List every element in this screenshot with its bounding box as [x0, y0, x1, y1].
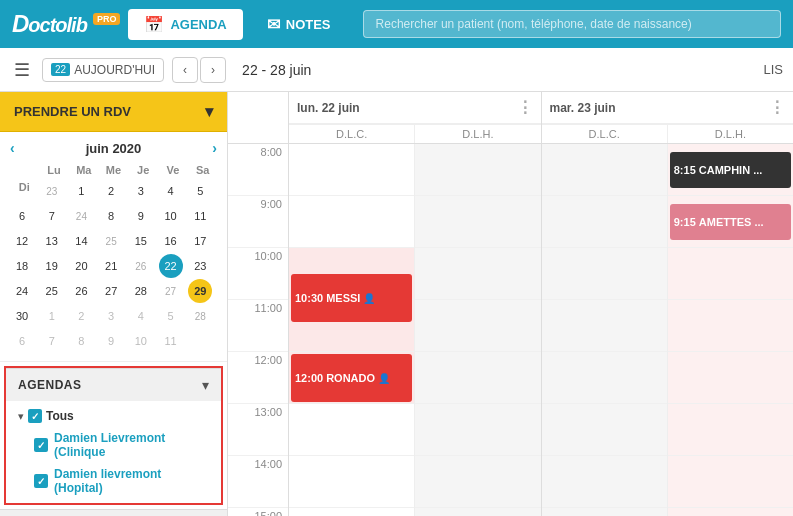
- appt-name-camphin: CAMPHIN ...: [699, 164, 763, 176]
- day-more-mon[interactable]: ⋮: [517, 98, 533, 117]
- appointment-amettes[interactable]: 9:15 AMETTES ...: [670, 204, 791, 240]
- cal-day[interactable]: 24: [10, 279, 34, 303]
- cal-day[interactable]: 8: [99, 204, 123, 228]
- day-more-tue[interactable]: ⋮: [769, 98, 785, 117]
- cal-day[interactable]: 4: [159, 179, 183, 203]
- cal-day[interactable]: 7: [40, 329, 64, 353]
- cal-day[interactable]: 19: [40, 254, 64, 278]
- cal-day[interactable]: 4: [129, 304, 153, 328]
- patient-search[interactable]: Rechercher un patient (nom, téléphone, d…: [363, 10, 781, 38]
- slot-1500-dlh-mon[interactable]: [415, 508, 540, 516]
- cal-day[interactable]: 26: [69, 279, 93, 303]
- slot-1100-dlh-tue[interactable]: [668, 300, 793, 352]
- cal-day[interactable]: 21: [99, 254, 123, 278]
- slot-1200-dlh-mon[interactable]: [415, 352, 540, 404]
- cal-day[interactable]: 1: [69, 179, 93, 203]
- cal-day[interactable]: 9: [99, 329, 123, 353]
- prev-month-button[interactable]: ‹: [10, 140, 15, 156]
- cal-day[interactable]: 27: [99, 279, 123, 303]
- appt-time-amettes: 9:15: [674, 216, 696, 228]
- cal-day[interactable]: 23: [188, 254, 212, 278]
- slot-1500-dlh-tue[interactable]: [668, 508, 793, 516]
- appointment-ronado[interactable]: 12:00 RONADO 👤: [291, 354, 412, 402]
- next-week-button[interactable]: ›: [200, 57, 226, 83]
- slot-1100-dlh-mon[interactable]: [415, 300, 540, 352]
- cal-day[interactable]: 9: [129, 204, 153, 228]
- slot-1500-dlc-mon[interactable]: [289, 508, 414, 516]
- cal-day[interactable]: 11: [159, 329, 183, 353]
- cal-day[interactable]: 13: [40, 229, 64, 253]
- slot-800-dlc-tue[interactable]: [542, 144, 667, 196]
- today-button[interactable]: 22 AUJOURD'HUI: [42, 58, 164, 82]
- slot-800-dlc-mon[interactable]: [289, 144, 414, 196]
- slot-1000-dlc-tue[interactable]: [542, 248, 667, 300]
- cal-day[interactable]: 10: [129, 329, 153, 353]
- cal-day-selected[interactable]: 22: [159, 254, 183, 278]
- statuts-header[interactable]: STATUTS ›: [0, 510, 227, 516]
- slot-1000-dlh-tue[interactable]: [668, 248, 793, 300]
- tab-agenda[interactable]: 📅 AGENDA: [128, 9, 242, 40]
- slot-800-dlh-tue[interactable]: 8:15 CAMPHIN ...: [668, 144, 793, 196]
- cal-day[interactable]: 20: [69, 254, 93, 278]
- cal-day[interactable]: 12: [10, 229, 34, 253]
- tous-checkbox[interactable]: ✓: [28, 409, 42, 423]
- cal-day[interactable]: 17: [188, 229, 212, 253]
- slot-1200-dlh-tue[interactable]: [668, 352, 793, 404]
- slot-1300-dlc-tue[interactable]: [542, 404, 667, 456]
- cal-day[interactable]: 6: [10, 204, 34, 228]
- agenda-item-tous[interactable]: ▾ ✓ Tous: [14, 407, 213, 425]
- cal-day[interactable]: 2: [69, 304, 93, 328]
- list-view-button[interactable]: LIS: [763, 62, 783, 77]
- cal-day[interactable]: 15: [129, 229, 153, 253]
- next-month-button[interactable]: ›: [212, 140, 217, 156]
- slot-900-dlh-tue[interactable]: 9:15 AMETTES ...: [668, 196, 793, 248]
- slot-1200-dlc-tue[interactable]: [542, 352, 667, 404]
- time-1000: 10:00: [228, 248, 288, 300]
- agenda-item-hopital[interactable]: ✓ Damien lievremont (Hopital): [14, 465, 213, 497]
- slot-1200-dlc-mon[interactable]: 12:00 RONADO 👤: [289, 352, 414, 404]
- cal-day[interactable]: 11: [188, 204, 212, 228]
- cal-day[interactable]: 1: [40, 304, 64, 328]
- cal-day[interactable]: 5: [188, 179, 212, 203]
- slot-900-dlc-mon[interactable]: [289, 196, 414, 248]
- cal-day[interactable]: 2: [99, 179, 123, 203]
- clinique-checkbox[interactable]: ✓: [34, 438, 48, 452]
- cal-day[interactable]: 8: [69, 329, 93, 353]
- tab-notes[interactable]: ✉ NOTES: [251, 9, 347, 40]
- slot-1000-dlh-mon[interactable]: [415, 248, 540, 300]
- cal-day[interactable]: 3: [99, 304, 123, 328]
- cal-day[interactable]: 25: [40, 279, 64, 303]
- slot-900-dlc-tue[interactable]: [542, 196, 667, 248]
- cal-day[interactable]: 5: [159, 304, 183, 328]
- hopital-checkbox[interactable]: ✓: [34, 474, 48, 488]
- slot-900-dlh-mon[interactable]: [415, 196, 540, 248]
- slot-800-dlh-mon[interactable]: [415, 144, 540, 196]
- cal-day[interactable]: 6: [10, 329, 34, 353]
- cal-day[interactable]: 16: [159, 229, 183, 253]
- cal-day[interactable]: 18: [10, 254, 34, 278]
- slot-1300-dlc-mon[interactable]: [289, 404, 414, 456]
- agendas-header[interactable]: AGENDAS ▾: [6, 369, 221, 401]
- slot-1400-dlc-tue[interactable]: [542, 456, 667, 508]
- prendre-rdv-button[interactable]: PRENDRE UN RDV ▾: [0, 92, 227, 132]
- cal-day[interactable]: 7: [40, 204, 64, 228]
- slot-1000-dlc-mon[interactable]: 10:30 MESSI 👤: [289, 248, 414, 300]
- slot-1400-dlh-tue[interactable]: [668, 456, 793, 508]
- agenda-item-clinique[interactable]: ✓ Damien Lievremont (Clinique: [14, 429, 213, 461]
- cal-day[interactable]: 3: [129, 179, 153, 203]
- slot-1500-dlc-tue[interactable]: [542, 508, 667, 516]
- cal-day[interactable]: 14: [69, 229, 93, 253]
- slot-1400-dlh-mon[interactable]: [415, 456, 540, 508]
- cal-day-today[interactable]: 29: [188, 279, 212, 303]
- slot-1300-dlh-mon[interactable]: [415, 404, 540, 456]
- slot-1400-dlc-mon[interactable]: [289, 456, 414, 508]
- cal-day[interactable]: 10: [159, 204, 183, 228]
- prev-week-button[interactable]: ‹: [172, 57, 198, 83]
- cal-day[interactable]: 30: [10, 304, 34, 328]
- slot-1300-dlh-tue[interactable]: [668, 404, 793, 456]
- cal-day[interactable]: 28: [129, 279, 153, 303]
- appointment-camphin[interactable]: 8:15 CAMPHIN ...: [670, 152, 791, 188]
- hamburger-menu[interactable]: ☰: [10, 55, 34, 85]
- appointment-messi[interactable]: 10:30 MESSI 👤: [291, 274, 412, 322]
- slot-1100-dlc-tue[interactable]: [542, 300, 667, 352]
